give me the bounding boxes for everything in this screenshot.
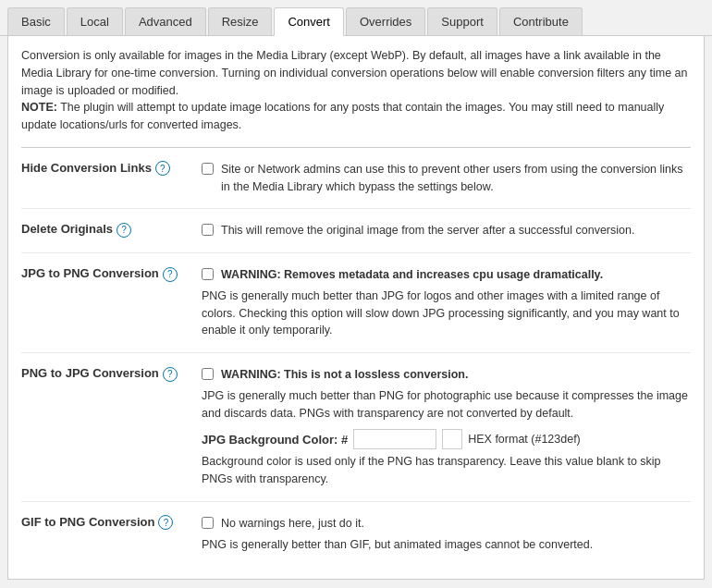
help-icon-png-to-jpg[interactable]: ? xyxy=(163,367,178,382)
checkbox-text-gif-to-png: No warnings here, just do it. xyxy=(221,515,364,533)
sub-desc-jpg-to-png: PNG is generally much better than JPG fo… xyxy=(202,288,691,339)
checkbox-delete-originals[interactable] xyxy=(202,224,214,236)
intro-text-1: Conversion is only available for images … xyxy=(21,49,688,97)
warning-text-jpg-to-png: WARNING: Removes metadata and increases … xyxy=(221,266,603,284)
settings-table: Hide Conversion Links?Site or Network ad… xyxy=(21,147,691,567)
tab-local[interactable]: Local xyxy=(67,7,123,35)
sub-desc-png-to-jpg: JPG is generally much better than PNG fo… xyxy=(202,387,691,423)
label-cell-jpg-to-png: JPG to PNG Conversion? xyxy=(21,253,192,353)
checkbox-gif-to-png[interactable] xyxy=(202,517,214,529)
label-cell-delete-originals: Delete Originals? xyxy=(21,209,192,253)
tab-basic[interactable]: Basic xyxy=(7,7,65,35)
value-cell-delete-originals: This will remove the original image from… xyxy=(192,209,691,253)
help-icon-hide-conversion-links[interactable]: ? xyxy=(155,161,170,176)
checkbox-row-gif-to-png: No warnings here, just do it. xyxy=(202,515,691,533)
tab-overrides[interactable]: Overrides xyxy=(346,7,425,35)
help-icon-delete-originals[interactable]: ? xyxy=(117,223,131,238)
intro-note-label: NOTE: xyxy=(21,101,57,114)
settings-row-png-to-jpg: PNG to JPG Conversion?WARNING: This is n… xyxy=(21,353,691,502)
settings-row-delete-originals: Delete Originals?This will remove the or… xyxy=(21,209,691,253)
checkbox-row-png-to-jpg: WARNING: This is not a lossless conversi… xyxy=(202,366,691,384)
tab-resize[interactable]: Resize xyxy=(208,7,273,35)
tab-advanced[interactable]: Advanced xyxy=(125,7,206,35)
intro-text: Conversion is only available for images … xyxy=(21,47,691,134)
label-text-jpg-to-png: JPG to PNG Conversion xyxy=(21,266,159,280)
label-text-delete-originals: Delete Originals xyxy=(21,222,113,236)
checkbox-text-hide-conversion-links: Site or Network admins can use this to p… xyxy=(221,161,691,196)
warning-text-png-to-jpg: WARNING: This is not a lossless conversi… xyxy=(221,366,468,384)
footer-area: Save Changes xyxy=(0,580,712,588)
value-cell-jpg-to-png: WARNING: Removes metadata and increases … xyxy=(192,253,691,353)
hex-hint: HEX format (#123def) xyxy=(468,431,581,448)
help-icon-jpg-to-png[interactable]: ? xyxy=(163,267,178,282)
tab-convert[interactable]: Convert xyxy=(274,7,344,36)
content-area: Conversion is only available for images … xyxy=(7,36,705,580)
checkbox-row-jpg-to-png: WARNING: Removes metadata and increases … xyxy=(202,266,691,284)
label-text-gif-to-png: GIF to PNG Conversion xyxy=(21,515,154,529)
checkbox-png-to-jpg[interactable] xyxy=(202,368,214,380)
value-cell-gif-to-png: No warnings here, just do it.PNG is gene… xyxy=(192,501,691,566)
color-swatch xyxy=(442,429,462,449)
bg-color-row-png-to-jpg: JPG Background Color: #HEX format (#123d… xyxy=(202,429,691,449)
label-cell-gif-to-png: GIF to PNG Conversion? xyxy=(21,501,192,566)
value-cell-hide-conversion-links: Site or Network admins can use this to p… xyxy=(192,147,691,209)
checkbox-row-delete-originals: This will remove the original image from… xyxy=(202,222,691,239)
checkbox-text-delete-originals: This will remove the original image from… xyxy=(221,222,634,239)
settings-row-gif-to-png: GIF to PNG Conversion?No warnings here, … xyxy=(21,501,691,566)
settings-row-hide-conversion-links: Hide Conversion Links?Site or Network ad… xyxy=(21,147,691,209)
sub-desc-gif-to-png: PNG is generally better than GIF, but an… xyxy=(202,536,691,554)
intro-text-2: The plugin will attempt to update image … xyxy=(21,101,664,131)
bg-color-desc: Background color is used only if the PNG… xyxy=(202,453,691,488)
checkbox-row-hide-conversion-links: Site or Network admins can use this to p… xyxy=(202,161,691,196)
bg-color-input[interactable] xyxy=(353,429,436,449)
settings-row-jpg-to-png: JPG to PNG Conversion?WARNING: Removes m… xyxy=(21,253,691,353)
label-text-hide-conversion-links: Hide Conversion Links xyxy=(21,161,152,175)
checkbox-hide-conversion-links[interactable] xyxy=(202,163,214,175)
help-icon-gif-to-png[interactable]: ? xyxy=(158,515,173,530)
label-cell-png-to-jpg: PNG to JPG Conversion? xyxy=(21,353,192,502)
checkbox-jpg-to-png[interactable] xyxy=(202,268,214,280)
label-text-png-to-jpg: PNG to JPG Conversion xyxy=(21,366,159,380)
label-cell-hide-conversion-links: Hide Conversion Links? xyxy=(21,147,192,209)
tabs-bar: BasicLocalAdvancedResizeConvertOverrides… xyxy=(0,0,712,36)
tab-contribute[interactable]: Contribute xyxy=(499,7,583,35)
tab-support[interactable]: Support xyxy=(427,7,497,35)
page-wrapper: BasicLocalAdvancedResizeConvertOverrides… xyxy=(0,0,712,588)
bg-color-label: JPG Background Color: # xyxy=(202,431,348,449)
value-cell-png-to-jpg: WARNING: This is not a lossless conversi… xyxy=(192,353,691,502)
